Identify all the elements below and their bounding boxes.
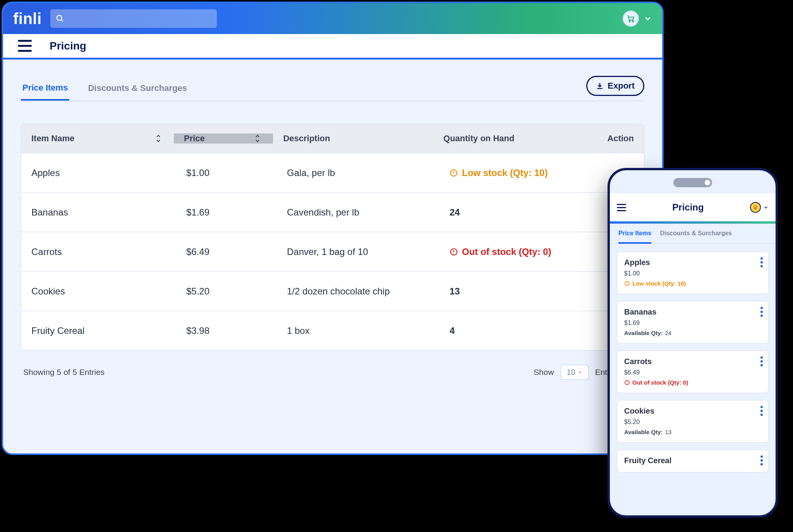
svg-point-8 [756,205,757,206]
chevron-down-icon [578,370,582,375]
card-name: Cookies [624,407,761,416]
cell-price: $1.00 [176,168,277,178]
tab-price-items[interactable]: Price Items [618,230,651,244]
card-menu-button[interactable] [760,455,763,465]
card-stock: Out of stock (Qty: 0) [624,379,761,386]
svg-point-2 [632,21,633,22]
mobile-header: Pricing [610,193,776,221]
cell-name: Apples [21,168,176,178]
cell-desc: 1/2 dozen chocolate chip [277,286,439,297]
sort-icon [155,134,161,143]
col-description[interactable]: Description [273,133,433,144]
cell-price: $1.69 [176,207,277,218]
phone-speaker [673,178,712,187]
alert-icon [624,281,630,286]
card-name: Fruity Cereal [624,456,761,465]
col-item-name[interactable]: Item Name [21,133,174,144]
paw-icon [753,205,758,210]
chevron-down-icon[interactable] [763,205,769,210]
card-menu-button[interactable] [760,307,763,317]
cell-name: Fruity Cereal [21,325,176,336]
search-input[interactable] [68,9,211,28]
page-size-select[interactable]: 10 [560,364,589,380]
cart-button[interactable] [623,10,639,27]
alert-icon [450,248,458,256]
chevron-down-icon[interactable] [644,14,652,23]
card-name: Bananas [624,308,761,316]
cell-price: $5.20 [176,286,277,297]
price-card[interactable]: Bananas$1.69Available Qty: 24 [617,301,769,344]
cell-name: Bananas [21,207,176,218]
table-header: Item Name Price Description Quantity on … [21,124,644,153]
tabs: Price Items Discounts & Surcharges Expor… [21,76,644,101]
show-label: Show [534,368,554,377]
card-name: Carrots [624,357,761,366]
card-menu-button[interactable] [760,257,763,267]
col-price[interactable]: Price [174,133,273,144]
content: Price Items Discounts & Surcharges Expor… [3,60,662,390]
table-row: Bananas$1.69Cavendish, per lb24 [21,192,644,232]
top-bar: finli [3,3,662,34]
alert-icon [450,169,458,177]
tab-price-items[interactable]: Price Items [21,77,69,101]
page-size-value: 10 [567,368,575,377]
cell-desc: Gala, per lb [277,168,439,178]
card-price: $1.00 [624,270,761,277]
card-menu-button[interactable] [760,406,763,416]
svg-point-5 [754,206,755,207]
col-qty-label: Quantity on Hand [443,133,514,144]
cell-desc: Cavendish, per lb [277,207,439,218]
mobile-menu-button[interactable] [617,204,626,211]
cell-qty: Low stock (Qty: 10) [439,168,606,178]
price-card[interactable]: Cookies$5.20Available Qty: 13 [617,400,769,443]
card-stock: Available Qty: 13 [624,429,761,435]
table-row: Apples$1.00Gala, per lbLow stock (Qty: 1… [21,153,644,192]
mobile-page-title: Pricing [672,202,704,213]
cell-name: Cookies [21,286,176,297]
cell-qty: Out of stock (Qty: 0) [439,246,606,257]
col-action: Action [597,133,644,144]
card-menu-button[interactable] [760,356,763,366]
table-row: Cookies$5.201/2 dozen chocolate chip13 [21,271,644,311]
col-desc-label: Description [283,133,330,144]
cell-desc: Danver, 1 bag of 10 [277,246,439,257]
col-item-label: Item Name [31,133,74,144]
avatar[interactable] [750,202,761,213]
price-card[interactable]: Carrots$6.49Out of stock (Qty: 0) [617,351,769,393]
cell-price: $3.98 [176,325,277,336]
search-icon [56,14,64,23]
page-title: Pricing [50,40,86,52]
tab-discounts[interactable]: Discounts & Surcharges [86,77,189,99]
table-footer: Showing 5 of 5 Entries Show 10 Entries [23,364,642,380]
card-stock: Low stock (Qty: 10) [624,280,761,287]
cell-price: $6.49 [176,246,277,257]
export-button[interactable]: Export [586,76,644,96]
price-card[interactable]: Apples$1.00Low stock (Qty: 10) [617,251,769,294]
sort-icon [254,134,261,143]
menu-button[interactable] [18,40,32,52]
global-search[interactable] [50,9,217,28]
mobile-tabs: Price Items Discounts & Surcharges [610,224,776,244]
price-table: Item Name Price Description Quantity on … [21,124,644,351]
price-card[interactable]: Fruity Cereal [617,450,769,472]
sub-bar: Pricing [3,34,662,60]
table-row: Fruity Cereal$3.981 box4 [21,311,644,350]
svg-point-7 [754,205,755,206]
cart-icon [627,14,635,23]
svg-point-0 [57,15,62,21]
entries-summary: Showing 5 of 5 Entries [23,368,105,377]
alert-icon [624,380,630,385]
col-action-label: Action [608,133,634,144]
table-row: Carrots$6.49Danver, 1 bag of 10Out of st… [21,232,644,271]
mobile-preview: Pricing Price Items Discounts & Surcharg… [608,168,778,518]
cell-qty: 24 [439,207,606,218]
desktop-window: finli Pricing Price Items Discounts & Su… [2,2,664,455]
cell-qty: 13 [439,286,606,297]
card-name: Apples [624,258,761,267]
cell-desc: 1 box [277,325,439,336]
cell-name: Carrots [21,246,176,257]
col-quantity[interactable]: Quantity on Hand [433,133,597,144]
col-price-label: Price [184,133,205,144]
tab-discounts[interactable]: Discounts & Surcharges [660,230,732,243]
card-price: $5.20 [624,419,761,426]
